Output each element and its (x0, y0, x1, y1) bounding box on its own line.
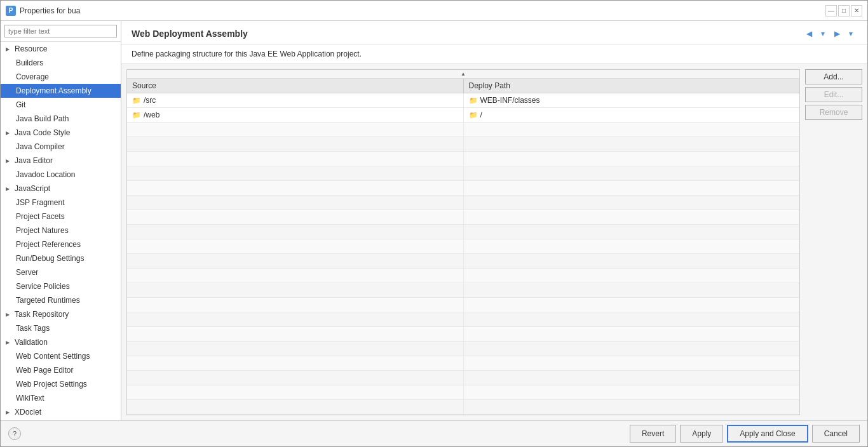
table-row-empty (127, 283, 799, 298)
edit-button[interactable]: Edit... (805, 87, 862, 102)
side-buttons: Add... Edit... Remove (805, 69, 862, 415)
remove-button[interactable]: Remove (805, 105, 862, 120)
deployment-table-container: ▲ Source Deploy Path /srcWEB-INF/classes… (126, 69, 800, 415)
table-row-empty (127, 298, 799, 312)
add-button[interactable]: Add... (805, 69, 862, 84)
nav-forward-button[interactable]: ▶ (831, 27, 843, 40)
sidebar-item-server[interactable]: Server (1, 265, 121, 279)
scroll-up-indicator: ▲ (127, 70, 799, 79)
table-row-empty (127, 269, 799, 283)
nav-dropdown-button[interactable]: ▾ (817, 27, 829, 40)
sidebar-item-web-project-settings[interactable]: Web Project Settings (1, 377, 121, 391)
content-area: ▲ Source Deploy Path /srcWEB-INF/classes… (121, 64, 867, 420)
sidebar-item-builders[interactable]: Builders (1, 56, 121, 70)
sidebar-item-git[interactable]: Git (1, 98, 121, 112)
dialog-body: ResourceBuildersCoverageDeployment Assem… (1, 21, 867, 420)
cell-source-1: /web (127, 108, 463, 123)
apply-close-button[interactable]: Apply and Close (727, 425, 808, 443)
sidebar-item-coverage[interactable]: Coverage (1, 70, 121, 84)
sidebar-item-task-tags[interactable]: Task Tags (1, 321, 121, 335)
sidebar-item-java-build-path[interactable]: Java Build Path (1, 112, 121, 126)
sidebar-item-project-references[interactable]: Project References (1, 237, 121, 251)
help-button[interactable]: ? (8, 427, 21, 440)
table-row-empty (127, 254, 799, 269)
deployment-table: Source Deploy Path /srcWEB-INF/classes/w… (127, 79, 799, 415)
table-row-empty (127, 196, 799, 210)
nav-back-button[interactable]: ◀ (803, 27, 815, 40)
filter-box (1, 21, 121, 42)
cell-deploy-1: / (463, 108, 799, 123)
sidebar-item-java-editor[interactable]: Java Editor (1, 154, 121, 168)
table-body: /srcWEB-INF/classes/web/ (127, 93, 799, 415)
sidebar-item-deployment-assembly[interactable]: Deployment Assembly (1, 84, 121, 98)
header-icons: ◀ ▾ ▶ ▾ (803, 27, 857, 40)
sidebar-item-web-page-editor[interactable]: Web Page Editor (1, 363, 121, 377)
scroll-up-icon: ▲ (461, 71, 466, 77)
table-row-empty (127, 166, 799, 181)
title-bar-left: P Properties for bua (6, 6, 80, 16)
title-bar-buttons: — □ ✕ (825, 5, 862, 17)
maximize-button[interactable]: □ (838, 5, 850, 17)
sidebar-item-service-policies[interactable]: Service Policies (1, 279, 121, 293)
sidebar-list: ResourceBuildersCoverageDeployment Assem… (1, 42, 121, 420)
dialog-window: P Properties for bua — □ ✕ ResourceBuild… (0, 0, 868, 447)
main-description: Define packaging structure for this Java… (121, 44, 867, 64)
sidebar-item-task-repository[interactable]: Task Repository (1, 307, 121, 321)
minimize-button[interactable]: — (825, 5, 837, 17)
table-row-empty (127, 356, 799, 371)
filter-input[interactable] (4, 25, 117, 37)
table-row-empty (127, 400, 799, 415)
sidebar-item-java-compiler[interactable]: Java Compiler (1, 140, 121, 154)
dialog-icon: P (6, 6, 16, 16)
table-row-empty (127, 327, 799, 342)
sidebar-item-project-natures[interactable]: Project Natures (1, 223, 121, 237)
table-row-empty (127, 312, 799, 327)
table-row[interactable]: /srcWEB-INF/classes (127, 93, 799, 108)
sidebar-item-project-facets[interactable]: Project Facets (1, 210, 121, 223)
table-row-empty (127, 385, 799, 400)
table-row-empty (127, 239, 799, 254)
apply-button[interactable]: Apply (680, 425, 723, 443)
table-row-empty (127, 152, 799, 166)
table-header: Source Deploy Path (127, 79, 799, 93)
sidebar-item-validation[interactable]: Validation (1, 335, 121, 349)
sidebar-item-xdoclet[interactable]: XDoclet (1, 405, 121, 419)
sidebar-item-java-code-style[interactable]: Java Code Style (1, 126, 121, 140)
table-row-empty (127, 342, 799, 356)
table-row-empty (127, 181, 799, 196)
sidebar-item-javadoc-location[interactable]: Javadoc Location (1, 168, 121, 182)
table-row-empty (127, 371, 799, 385)
sidebar-item-jsp-fragment[interactable]: JSP Fragment (1, 196, 121, 210)
main-title: Web Deployment Assembly (132, 29, 248, 39)
main-area: Web Deployment Assembly ◀ ▾ ▶ ▾ Define p… (121, 21, 867, 420)
sidebar-item-targeted-runtimes[interactable]: Targeted Runtimes (1, 293, 121, 307)
sidebar-item-run-debug-settings[interactable]: Run/Debug Settings (1, 251, 121, 265)
sidebar-item-javascript[interactable]: JavaScript (1, 182, 121, 196)
table-row[interactable]: /web/ (127, 108, 799, 123)
sidebar: ResourceBuildersCoverageDeployment Assem… (1, 21, 121, 420)
col-header-source: Source (127, 79, 463, 93)
nav-more-button[interactable]: ▾ (844, 27, 857, 40)
sidebar-item-wikitext[interactable]: WikiText (1, 391, 121, 405)
close-button[interactable]: ✕ (851, 5, 862, 17)
table-row-empty (127, 137, 799, 152)
cell-deploy-0: WEB-INF/classes (463, 93, 799, 108)
sidebar-item-web-content-settings[interactable]: Web Content Settings (1, 349, 121, 363)
sidebar-item-resource[interactable]: Resource (1, 42, 121, 56)
cancel-button[interactable]: Cancel (812, 425, 860, 443)
main-header: Web Deployment Assembly ◀ ▾ ▶ ▾ (121, 21, 867, 44)
col-header-deploy: Deploy Path (463, 79, 799, 93)
table-row-empty (127, 123, 799, 137)
table-row-empty (127, 225, 799, 239)
table-row-empty (127, 210, 799, 225)
title-bar: P Properties for bua — □ ✕ (1, 1, 867, 21)
footer-buttons: Revert Apply Apply and Close Cancel (630, 425, 860, 443)
cell-source-0: /src (127, 93, 463, 108)
footer: ? Revert Apply Apply and Close Cancel (1, 420, 867, 446)
revert-button[interactable]: Revert (630, 425, 676, 443)
dialog-title: Properties for bua (20, 6, 80, 15)
